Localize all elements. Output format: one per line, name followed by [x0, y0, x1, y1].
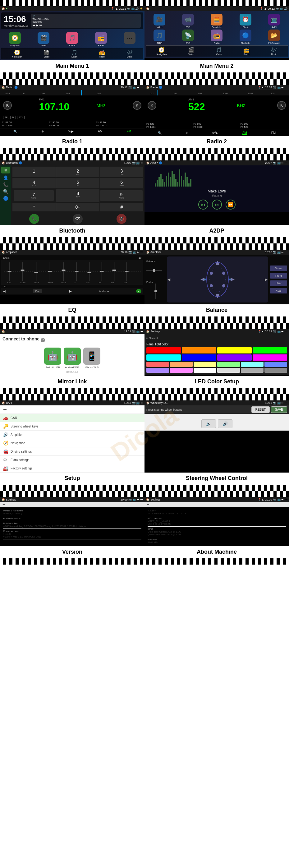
- preset-p1[interactable]: P187.50: [2, 121, 49, 124]
- app-radio[interactable]: 📻 Radio: [87, 32, 115, 46]
- led-color-red[interactable]: [147, 347, 181, 353]
- bt-keypad-icon[interactable]: ⊞: [1, 167, 10, 174]
- preset-p6[interactable]: P6106.10: [96, 124, 142, 127]
- preset-p3[interactable]: P398.10: [96, 121, 142, 124]
- am-preset-p5[interactable]: P51620: [193, 126, 240, 128]
- dial-8[interactable]: 8TUV: [56, 189, 99, 202]
- setup-extra[interactable]: ⚙ Extra settings: [0, 456, 144, 464]
- bt-search-icon[interactable]: 🔍: [3, 189, 8, 194]
- led-mid-gray[interactable]: [241, 368, 263, 373]
- dock2-music2[interactable]: 🎶 Music: [271, 47, 277, 55]
- steer-key-vol-down[interactable]: 🔉: [201, 420, 216, 428]
- search-btn-1[interactable]: 🔍: [13, 130, 17, 133]
- radio-seek-fwd[interactable]: K: [133, 101, 141, 110]
- fav-btn-1[interactable]: ⊕: [41, 130, 44, 133]
- app2-calc[interactable]: 🧮 Calculator: [203, 14, 230, 28]
- preset-p4[interactable]: P4108.00: [2, 124, 49, 127]
- app-more[interactable]: ⋯: [116, 32, 143, 46]
- ver-back-icon[interactable]: ⬅: [2, 503, 5, 506]
- a2dp-next[interactable]: ⏩: [226, 199, 235, 210]
- fm-btn-2[interactable]: FM: [271, 131, 276, 135]
- dock2-video[interactable]: 🎬 Video: [188, 47, 194, 55]
- dock-music2[interactable]: 🎶 Music: [126, 50, 133, 58]
- tag-af[interactable]: AF: [3, 116, 9, 119]
- app2-clock[interactable]: ⏰ Clock: [232, 14, 259, 28]
- led-color-cyan[interactable]: [147, 354, 181, 361]
- steer-key-vol-up[interactable]: 🔊: [218, 420, 232, 428]
- eq-prev-btn[interactable]: ◀: [3, 289, 6, 293]
- radio-seek-back[interactable]: K: [3, 101, 12, 110]
- led-color-yellow[interactable]: [217, 347, 252, 353]
- mirror-iphone-wifi[interactable]: 📱 iPhone WiFi: [83, 348, 100, 369]
- eq-loudness-toggle[interactable]: ●: [136, 289, 141, 293]
- led-light-blue[interactable]: [264, 362, 287, 367]
- eq-next-btn[interactable]: ▶: [69, 289, 72, 293]
- app2-files[interactable]: 📂 FileBrowser: [260, 30, 288, 44]
- dial-7[interactable]: 7PQRS: [14, 190, 54, 201]
- led-color-blue[interactable]: [182, 354, 216, 361]
- tag-pty[interactable]: PTY: [17, 116, 25, 119]
- am-preset-p2[interactable]: P2603: [193, 123, 240, 125]
- dial-call-btn[interactable]: 📞: [29, 214, 39, 224]
- led-color-green[interactable]: [253, 347, 287, 353]
- bt-recent-icon[interactable]: 📞: [3, 182, 8, 187]
- am-preset-p1[interactable]: P1522: [147, 123, 193, 125]
- dock2-nav[interactable]: 🧭 Navigation: [156, 47, 167, 55]
- setup-amplifier[interactable]: 🔊 Amplifier: [0, 431, 144, 439]
- setup-driving[interactable]: 🚘 Driving settings: [0, 447, 144, 456]
- dial-5[interactable]: 5JKL: [56, 178, 99, 188]
- app-video[interactable]: 🎬 Video: [30, 32, 57, 46]
- app2-video[interactable]: 🎥 Video: [146, 14, 173, 28]
- rear-btn[interactable]: Rear: [270, 288, 287, 293]
- led-light-gray[interactable]: [217, 368, 240, 373]
- app-navigation[interactable]: 🧭 Navigation: [1, 32, 29, 46]
- fm-btn-1[interactable]: FM: [127, 130, 131, 133]
- dial-6[interactable]: 6MNO: [100, 178, 143, 188]
- dock-nav[interactable]: 🧭 Navigation: [12, 50, 22, 58]
- dial-star[interactable]: *: [12, 203, 56, 211]
- search-btn-2[interactable]: 🔍: [158, 131, 162, 135]
- led-light-purple[interactable]: [147, 368, 169, 373]
- setup-steering[interactable]: 🔑 Steering wheel keys: [0, 422, 144, 431]
- led-back-icon[interactable]: ⬅ Element: [146, 337, 158, 340]
- music-controls[interactable]: ⏮ ▶ ⏭: [33, 24, 139, 27]
- led-color-orange[interactable]: [182, 347, 216, 353]
- about-back-icon[interactable]: ⬅: [147, 503, 150, 506]
- scan-btn-2[interactable]: ⟳/▶: [212, 131, 218, 135]
- am-preset-p4[interactable]: P41404: [147, 126, 193, 128]
- led-color-purple[interactable]: [217, 354, 252, 361]
- bal-arrow-left[interactable]: ◀: [167, 277, 170, 282]
- app2-dvb[interactable]: 📡 DVB: [174, 30, 202, 44]
- led-color-magenta[interactable]: [253, 354, 287, 361]
- led-light-magenta[interactable]: [170, 368, 193, 373]
- app2-a2dp[interactable]: 🎵 A2DP: [146, 30, 173, 44]
- setup-navigation[interactable]: 🧭 Navigation: [0, 439, 144, 447]
- radio-seek-fwd-2[interactable]: K: [277, 101, 286, 110]
- app2-dvr[interactable]: 📹 DVR: [174, 14, 202, 28]
- preset-p5[interactable]: P587.50: [49, 124, 95, 127]
- user-btn[interactable]: User: [270, 280, 287, 286]
- dial-2[interactable]: 2ABC: [56, 167, 99, 177]
- setup-back[interactable]: ⬅: [0, 405, 144, 414]
- steer-save-btn[interactable]: SAVE: [271, 406, 287, 413]
- driver-btn[interactable]: Driver: [270, 266, 287, 271]
- prev-btn[interactable]: ⏮: [33, 24, 35, 27]
- am-btn-1[interactable]: AM: [98, 130, 102, 133]
- dial-hangup-btn[interactable]: 📵: [117, 214, 126, 224]
- dial-4[interactable]: 4GHI: [12, 178, 56, 188]
- am-preset-p6[interactable]: P6522: [240, 126, 287, 128]
- app2-bt[interactable]: 🔵 Bluetooth: [232, 30, 259, 44]
- dial-3[interactable]: 3DEF: [100, 167, 143, 177]
- am-btn-2[interactable]: AM: [243, 131, 247, 135]
- led-white[interactable]: [194, 368, 216, 373]
- app2-radio[interactable]: 📻 Radio: [203, 30, 230, 44]
- fav-btn-2[interactable]: ⊕: [186, 131, 188, 135]
- mirror-android-wifi[interactable]: 🤖 Android WiFi: [64, 348, 81, 369]
- app-icatch[interactable]: 🎵 iCatch: [58, 32, 86, 46]
- mirror-android-usb[interactable]: 🤖 Android USB: [44, 348, 61, 369]
- setup-factory[interactable]: 🏭 Factory settings: [0, 464, 144, 472]
- dial-9[interactable]: 9WXYZ: [100, 190, 142, 201]
- steer-reset-btn[interactable]: RESET: [251, 406, 270, 413]
- preset-p2[interactable]: P290.10: [49, 121, 95, 124]
- tag-ta[interactable]: TA: [10, 116, 16, 119]
